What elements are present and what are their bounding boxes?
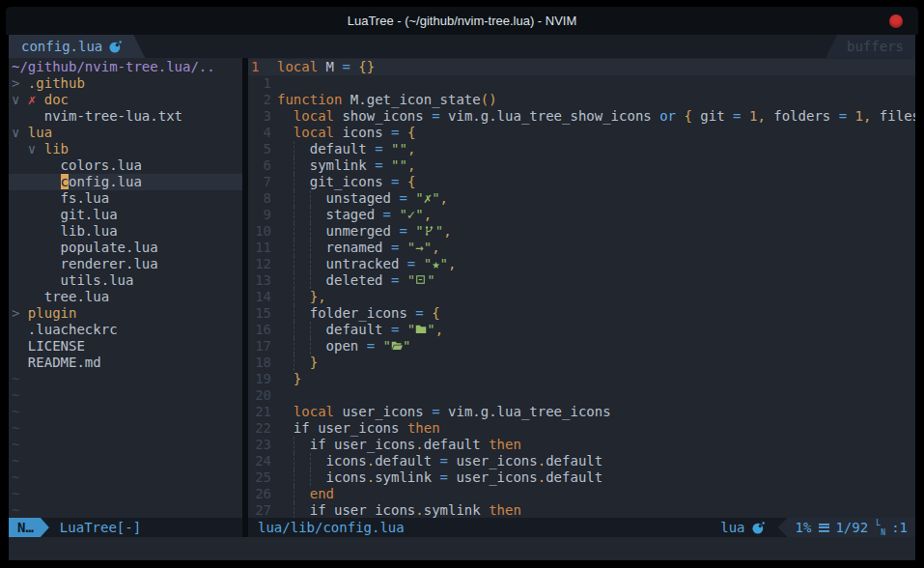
tree-item[interactable]: renderer.lua bbox=[9, 256, 242, 272]
code-line[interactable]: 26 end bbox=[248, 486, 915, 502]
token: . bbox=[538, 469, 546, 485]
line-text: git_icons = { bbox=[277, 174, 415, 190]
token: , bbox=[443, 223, 451, 239]
mode-indicator: N… bbox=[9, 518, 49, 537]
tree-item[interactable]: utils.lua bbox=[9, 272, 242, 289]
token: ∨ bbox=[28, 141, 44, 156]
token bbox=[742, 108, 749, 124]
command-line[interactable] bbox=[9, 537, 915, 560]
code-line[interactable]: 23 if user_icons.default then bbox=[248, 437, 915, 453]
code-line[interactable]: 24 icons.default = user_icons.default bbox=[248, 453, 915, 469]
tree-item[interactable]: fs.lua bbox=[9, 190, 242, 207]
code-line[interactable]: 10 unmerged = "", bbox=[248, 223, 915, 240]
titlebar[interactable]: LuaTree - (~/github/nvim-tree.lua) - NVI… bbox=[6, 7, 918, 35]
tree-item[interactable]: ~ bbox=[9, 502, 242, 518]
token bbox=[399, 322, 406, 337]
line-number: 12 bbox=[248, 256, 277, 272]
buffers-label: buffers bbox=[847, 39, 904, 54]
code-line[interactable]: 19 } bbox=[248, 371, 915, 387]
token: = bbox=[440, 453, 448, 469]
statusline-filetype: lua bbox=[720, 520, 777, 535]
token bbox=[12, 141, 28, 156]
code-line[interactable]: 16 default = "", bbox=[248, 322, 915, 338]
token bbox=[383, 157, 391, 173]
tree-item[interactable]: ~ bbox=[9, 420, 242, 437]
tree-item[interactable]: ~ bbox=[9, 371, 242, 387]
tree-item[interactable]: ~ bbox=[9, 486, 242, 502]
code-line[interactable]: 6 symlink = "", bbox=[248, 157, 915, 174]
token bbox=[277, 157, 294, 173]
tree-item[interactable]: > plugin bbox=[9, 305, 242, 322]
indent-guide bbox=[294, 322, 310, 338]
tree-item[interactable]: .luacheckrc bbox=[9, 322, 242, 338]
code-line[interactable]: 5 default = "", bbox=[248, 141, 915, 157]
code-line[interactable]: 9 staged = "✓", bbox=[248, 207, 915, 223]
buffers-tab[interactable]: buffers bbox=[826, 35, 915, 58]
code-line[interactable]: 4 local icons = { bbox=[248, 125, 915, 141]
code-line[interactable]: 18 } bbox=[248, 355, 915, 371]
tree-item[interactable]: git.lua bbox=[9, 207, 242, 223]
code-line[interactable]: 8 unstaged = "✗", bbox=[248, 190, 915, 207]
tree-item[interactable]: ~ bbox=[9, 404, 242, 420]
token: , bbox=[407, 141, 415, 156]
code-line[interactable]: 22 if user_icons then bbox=[248, 420, 915, 437]
token: = bbox=[839, 108, 847, 124]
token: function bbox=[277, 92, 342, 107]
token: open bbox=[326, 338, 367, 354]
statusline-tree: N… LuaTree[-] bbox=[9, 518, 242, 537]
code-line[interactable]: 15 folder_icons = { bbox=[248, 305, 915, 322]
token: folder_icons bbox=[310, 305, 416, 321]
tree-item[interactable]: ~ bbox=[9, 387, 242, 404]
tree-item[interactable]: lib.lua bbox=[9, 223, 242, 240]
indent-guide bbox=[294, 174, 310, 190]
token: lib bbox=[44, 141, 69, 156]
tree-item[interactable]: ∨ ✗ doc bbox=[9, 92, 242, 108]
indent-guide bbox=[294, 141, 310, 157]
token: if bbox=[310, 437, 326, 452]
tree-item[interactable]: LICENSE bbox=[9, 338, 242, 355]
code-line[interactable]: 11 renamed = "→", bbox=[248, 240, 915, 256]
tree-item[interactable]: ∨ lua bbox=[9, 125, 242, 141]
tree-item[interactable]: config.lua bbox=[9, 174, 242, 190]
tree-item[interactable]: nvim-tree-lua.txt bbox=[9, 108, 242, 125]
token: if bbox=[294, 420, 310, 436]
code-line[interactable]: 2function M.get_icon_state() bbox=[248, 92, 915, 108]
code-line[interactable]: 12 untracked = "★", bbox=[248, 256, 915, 272]
token: icons bbox=[326, 453, 367, 469]
tree-item[interactable]: > .github bbox=[9, 75, 242, 92]
code-line[interactable]: 13 deleted = "" bbox=[248, 272, 915, 289]
tree-item[interactable]: ~ bbox=[9, 469, 242, 486]
token: icons bbox=[326, 469, 367, 485]
lines-icon bbox=[819, 524, 829, 532]
line-text: end bbox=[277, 486, 334, 502]
tab-config-lua[interactable]: config.lua bbox=[9, 35, 145, 58]
code-line[interactable]: 7 git_icons = { bbox=[248, 174, 915, 190]
code-line[interactable]: 14 }, bbox=[248, 289, 915, 305]
token: . bbox=[367, 453, 375, 469]
tree-item[interactable]: ~ bbox=[9, 453, 242, 469]
tree-item[interactable]: README.md bbox=[9, 355, 242, 371]
tree-item[interactable]: populate.lua bbox=[9, 240, 242, 256]
code-line[interactable]: 27 if user_icons.symlink then bbox=[248, 502, 915, 518]
code-line[interactable]: 1local M = {} bbox=[248, 59, 915, 75]
token: local bbox=[294, 125, 334, 140]
line-text: icons.default = user_icons.default bbox=[277, 453, 602, 469]
indent-guide bbox=[294, 305, 310, 322]
close-button[interactable] bbox=[889, 14, 903, 28]
code-line[interactable]: 3 local show_icons = vim.g.lua_tree_show… bbox=[248, 108, 915, 125]
code-line[interactable]: 1 bbox=[248, 75, 915, 92]
code-line[interactable]: 20 bbox=[248, 387, 915, 404]
code-line[interactable]: 25 icons.symlink = user_icons.default bbox=[248, 469, 915, 486]
tree-item[interactable]: ~/github/nvim-tree.lua/.. bbox=[9, 59, 242, 75]
tree-item[interactable]: ~ bbox=[9, 437, 242, 453]
tree-item[interactable]: colors.lua bbox=[9, 157, 242, 174]
token: show_icons bbox=[334, 108, 432, 124]
token: ~ bbox=[12, 404, 19, 419]
indent-guide bbox=[310, 223, 326, 240]
code-line[interactable]: 17 open = "" bbox=[248, 338, 915, 355]
tree-item[interactable]: ∨ lib bbox=[9, 141, 242, 157]
line-number: 14 bbox=[248, 289, 277, 305]
code-line[interactable]: 21 local user_icons = vim.g.lua_tree_ico… bbox=[248, 404, 915, 420]
tree-item[interactable]: tree.lua bbox=[9, 289, 242, 305]
line-number: 15 bbox=[248, 305, 277, 322]
